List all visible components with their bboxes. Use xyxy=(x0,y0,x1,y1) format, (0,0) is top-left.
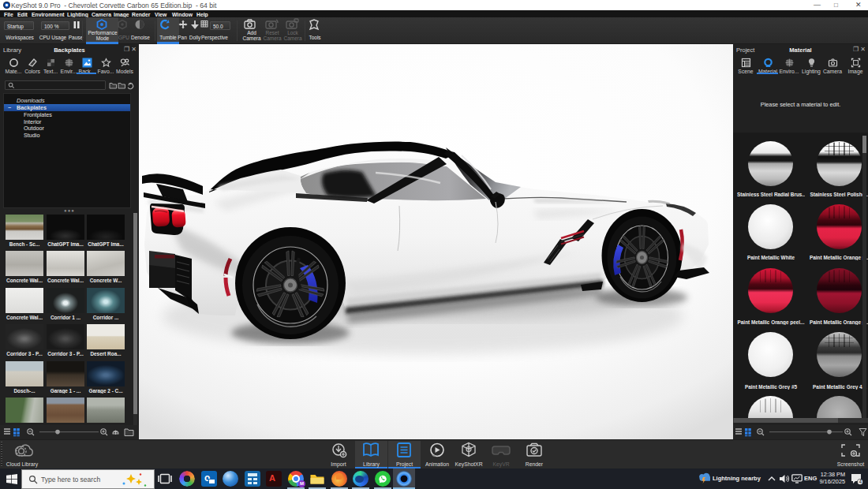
svg-text:4: 4 xyxy=(859,479,862,484)
